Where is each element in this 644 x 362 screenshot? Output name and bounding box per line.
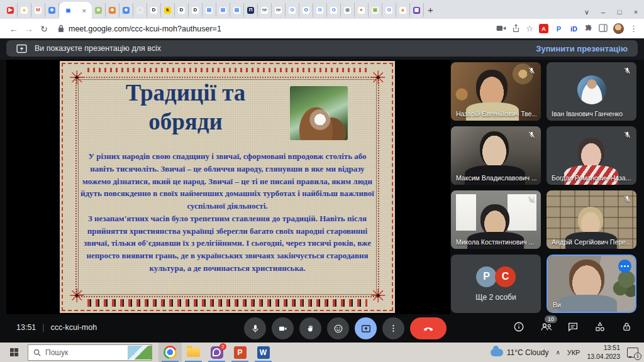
camera-indicator-icon[interactable] — [496, 25, 506, 33]
tile-options-button[interactable] — [618, 260, 631, 273]
tab-search-icon[interactable]: ∨ — [579, 8, 595, 16]
slide-title: Традиції та обряди — [94, 79, 277, 137]
basket-tab[interactable]: ▣ — [369, 3, 382, 17]
google-1-tab[interactable]: G — [286, 3, 299, 17]
omnibox[interactable]: meet.google.com/ccc-kcui-moh?authuser=1 — [58, 25, 496, 33]
maximize-button[interactable]: □ — [611, 8, 628, 16]
taskbar-clock[interactable]: 13:51 13.04.2023 — [587, 344, 620, 360]
divider: | — [42, 323, 44, 332]
participant-name: Микола Костянтинович ... — [456, 238, 534, 246]
taskbar-search-input[interactable]: Пошук — [28, 344, 152, 361]
taskbar-app-viber[interactable]: 2 — [205, 343, 228, 362]
contacts-orange-tab[interactable]: ☻ — [106, 3, 119, 17]
yellow-app-tab[interactable]: k — [161, 3, 175, 17]
taskbar-app-chrome[interactable] — [158, 343, 182, 362]
youtube-tab[interactable]: ▶ — [4, 3, 18, 17]
participant-tile[interactable]: Ви — [547, 255, 636, 313]
pr-doc-2-tab[interactable]: ПР — [272, 3, 286, 17]
url-text: meet.google.com/ccc-kcui-moh?authuser=1 — [69, 25, 221, 33]
slide-paragraph: У різних народів свою спадщину і звичаї,… — [80, 150, 374, 212]
doc-blue-3-tab[interactable]: ▤ — [230, 3, 244, 17]
raise-hand-button[interactable] — [299, 317, 321, 339]
minimize-button[interactable]: – — [595, 8, 611, 16]
end-call-button[interactable] — [410, 317, 447, 339]
purple-app-tab[interactable]: ▦ — [410, 3, 424, 17]
p-extension-icon[interactable]: P — [554, 24, 564, 33]
share-icon[interactable] — [512, 24, 520, 34]
reload-button[interactable]: ↻ — [36, 24, 52, 34]
mic-muted-icon — [623, 130, 632, 139]
meeting-details-button[interactable] — [513, 321, 526, 334]
participant-tile[interactable]: Микола Костянтинович ... — [451, 190, 541, 249]
tray-expand-icon[interactable]: ∧ — [555, 349, 560, 356]
activities-button[interactable] — [594, 321, 607, 334]
doc-blue-1-tab[interactable]: ▤ — [203, 3, 216, 17]
tray-weather[interactable]: 11°C Cloudy — [491, 348, 549, 357]
forward-button[interactable]: → — [21, 24, 36, 34]
orange-app-tab[interactable]: ▲ — [396, 3, 410, 17]
opera-tab[interactable]: O — [299, 3, 313, 17]
contacts-blue-tab[interactable]: ☻ — [45, 3, 59, 17]
google-4-tab[interactable]: G — [382, 3, 396, 17]
contacts-blue-2-tab[interactable]: ☻ — [119, 3, 133, 17]
tab-close-icon[interactable]: × — [82, 7, 86, 14]
taskbar-app-word[interactable]: W — [252, 343, 275, 362]
close-button[interactable]: × — [628, 8, 644, 16]
doc-d-3-tab[interactable]: D — [189, 3, 203, 17]
bookmark-star-icon[interactable]: ☆ — [526, 25, 533, 33]
app-badge: 2 — [219, 343, 226, 350]
back-button[interactable]: ← — [6, 24, 21, 34]
doc-d-1-tab[interactable]: D — [147, 3, 161, 17]
drive-tab[interactable]: ▲ — [18, 3, 31, 17]
doc-d-2-tab[interactable]: D — [175, 3, 189, 17]
extensions-puzzle-icon[interactable] — [584, 24, 593, 34]
clock-time: 13:51 — [587, 344, 620, 352]
notification-center-icon[interactable]: 1 — [627, 348, 638, 358]
profile-avatar[interactable] — [613, 23, 624, 34]
meeting-stage: ✳✦ ✳✦ ✳✦ ✳✦ Традиції та обряди У різних … — [0, 60, 644, 314]
taskbar-weather-thumbnail[interactable] — [128, 346, 152, 359]
side-panel-icon[interactable] — [599, 24, 608, 33]
adobe-pdf-extension-icon[interactable]: A — [539, 24, 548, 33]
stop-presenting-button[interactable]: Зупинити презентацію — [536, 44, 628, 53]
pumpkin-tab[interactable]: ● — [355, 3, 369, 17]
camera-button[interactable] — [272, 317, 294, 339]
host-controls-button[interactable] — [621, 321, 634, 334]
participant-tile[interactable]: Богдан Романович Наза... — [547, 126, 636, 185]
dark-app-tab[interactable]: П — [244, 3, 258, 17]
reactions-button[interactable] — [327, 317, 349, 339]
pr-doc-1-tab[interactable]: ПР — [258, 3, 272, 17]
participant-tile[interactable]: Іван Іванович Ганченко — [547, 62, 636, 121]
meet-tab[interactable]: ▣× — [59, 2, 92, 19]
dark-app-favicon: П — [247, 7, 254, 14]
more-options-button[interactable] — [382, 317, 404, 339]
taskbar-app-explorer[interactable] — [182, 343, 205, 362]
participant-name: Максим Владиславович ... — [456, 174, 536, 182]
opera-favicon: O — [303, 7, 309, 14]
google-3-tab[interactable]: G — [327, 3, 341, 17]
loading-tab[interactable]: ○ — [133, 3, 147, 17]
participant-tile[interactable]: Максим Владиславович ... — [451, 126, 541, 185]
google-2-tab[interactable]: G — [313, 3, 327, 17]
panel-controls: 10 — [513, 321, 634, 334]
language-indicator[interactable]: УКР — [567, 349, 580, 356]
browser-menu-icon[interactable]: ⋮ — [630, 25, 638, 33]
people-button[interactable]: 10 — [540, 321, 553, 334]
microphone-button[interactable] — [244, 317, 266, 339]
taskbar-app-powerpoint[interactable]: P — [228, 343, 252, 362]
gmail-tab[interactable]: M — [31, 3, 45, 17]
chat-button[interactable] — [567, 321, 580, 334]
start-button[interactable] — [0, 343, 28, 362]
participant-tile[interactable]: PCЩе 2 особи — [451, 255, 541, 313]
doc-blue-2-tab[interactable]: ▤ — [216, 3, 230, 17]
participants-grid: Назарій Євгенійович Тве...Іван Іванович … — [451, 62, 636, 313]
globe-tab[interactable]: ◉ — [341, 3, 355, 17]
id-extension-icon[interactable]: iD — [569, 24, 579, 33]
participant-tile[interactable]: Андрій Сергійович Пере... — [547, 190, 636, 249]
weather-text: 11°C Cloudy — [507, 348, 549, 357]
participant-tile[interactable]: Назарій Євгенійович Тве... — [451, 62, 541, 121]
slide-border-band-top — [87, 68, 367, 72]
new-tab-button[interactable]: + — [428, 4, 433, 15]
present-button[interactable] — [355, 317, 377, 339]
contacts-green-tab[interactable]: ☻ — [92, 3, 106, 17]
